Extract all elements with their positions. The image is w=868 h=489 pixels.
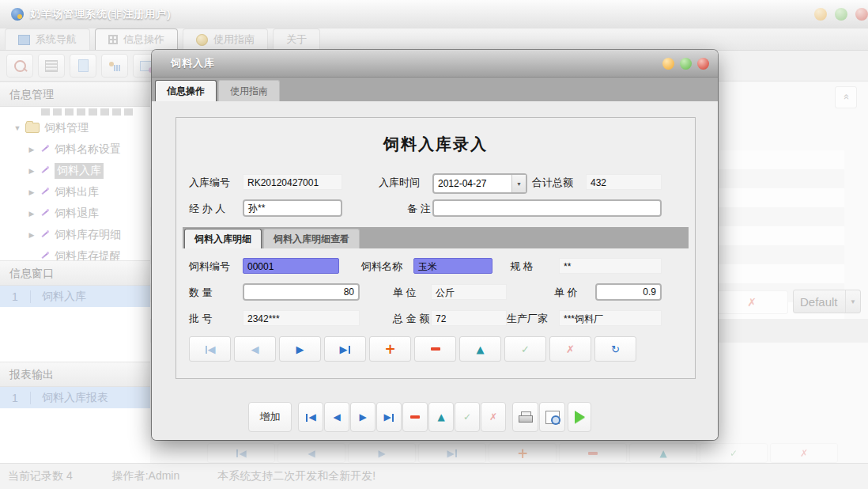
tab-info-ops[interactable]: 信息操作 [95,28,178,50]
wand-icon [40,208,50,218]
dialog-close-button[interactable] [697,58,709,70]
chevron-right-icon[interactable]: ▶ [27,188,36,196]
dialog-maximize-button[interactable] [680,58,692,70]
unit-field[interactable]: 公斤 [431,284,507,300]
chevron-right-icon[interactable]: ▶ [27,146,36,154]
nav-refresh-button[interactable]: ↻ [594,336,636,362]
system-nav-icon [18,35,30,45]
db-navigator: ◀ ◀ ▶ ▶ + ▲ ✓ ✗ ↻ [189,336,636,362]
collapse-panel-button[interactable]: » [835,86,857,108]
style-select[interactable]: Default ▼ [793,290,861,313]
preview-button[interactable] [539,402,565,432]
rk-no-field[interactable]: RK20120427001 [243,174,342,190]
chevron-down-icon[interactable]: ▼ [13,124,22,132]
tab-system-nav[interactable]: 系统导航 [5,28,90,50]
bg-insert-button[interactable]: + [489,443,557,463]
run-button[interactable] [568,402,591,432]
bg-post-button[interactable]: ✓ [700,443,768,463]
tree-item-feed-name-setup[interactable]: ▶ 饲料名称设置 [0,138,150,160]
tab-user-guide[interactable]: 使用指南 [183,28,268,50]
user-chart-icon [109,61,120,71]
printer-icon [519,411,532,423]
tree-item-feed-return[interactable]: ▶ 饲料退库 [0,203,150,224]
bg-prior-button[interactable]: ◀ [277,443,345,463]
toolbar-post-button[interactable]: ✓ [455,402,480,432]
maker-field[interactable]: ***饲料厂 [559,310,662,326]
background-cancel-button[interactable]: ✗ [715,290,788,314]
bg-last-button[interactable]: ▶ [418,443,486,463]
info-window-header[interactable]: 信息窗口 [0,260,150,286]
dialog-titlebar[interactable]: 饲料入库 [152,50,718,78]
nav-delete-button[interactable] [414,336,456,362]
report-output-header[interactable]: 报表输出 [0,362,150,387]
record-count: 当前记录数 4 [8,469,73,483]
feed-no-field[interactable]: 00001 [243,258,339,274]
minimize-button[interactable] [814,8,827,21]
feed-name-field[interactable]: 玉米 [413,258,492,274]
toolbar-cancel-button[interactable]: ✗ [481,402,506,432]
nav-insert-button[interactable]: + [369,336,411,362]
document-button[interactable] [70,54,96,78]
search-button[interactable] [6,54,33,78]
tab-about[interactable]: 关于 [273,28,320,50]
total-field[interactable]: 432 [586,174,662,190]
wand-icon [40,229,50,240]
info-mgmt-header[interactable]: 信息管理 [0,82,150,107]
nav-post-button[interactable]: ✓ [504,336,546,362]
bg-first-button[interactable]: ◀ [207,443,275,463]
toolbar-last-button[interactable]: ▶ [376,402,402,432]
nav-prior-button[interactable]: ◀ [234,336,276,362]
tree-item-feed-stock-alert[interactable]: 饲料库存提醒 [0,245,150,260]
menu-tabbar: 系统导航 信息操作 使用指南 关于 [0,28,868,51]
dialog-tabbar: 信息操作 使用指南 [152,78,718,102]
folder-icon [25,123,40,133]
report-button[interactable] [38,54,65,78]
nav-cancel-button[interactable]: ✗ [549,336,591,362]
nav-first-button[interactable]: ◀ [189,336,231,362]
spec-field[interactable]: ** [559,258,662,274]
maker-label: 生产厂家 [507,310,548,328]
bg-cancel-button[interactable]: ✗ [770,443,838,463]
tab-inbound-detail-view[interactable]: 饲料入库明细查看 [263,229,360,248]
qty-input[interactable]: 80 [243,283,360,301]
collapse-icon: » [840,95,851,99]
chevron-right-icon[interactable]: ▶ [27,231,36,239]
price-input[interactable]: 0.9 [595,283,662,301]
close-button[interactable] [855,8,868,21]
nav-last-button[interactable]: ▶ [324,336,366,362]
rk-time-combobox[interactable]: 2012-04-27 ▼ [432,173,527,194]
bg-edit-button[interactable]: ▲ [629,443,697,463]
tab-inbound-detail[interactable]: 饲料入库明细 [184,229,262,248]
form-panel: 饲料入库录入 入库编号 RK20120427001 入库时间 2012-04-2… [175,117,696,379]
dialog-tab-user-guide[interactable]: 使用指南 [218,80,280,102]
chevron-right-icon[interactable]: ▶ [27,210,36,218]
nav-edit-button[interactable]: ▲ [459,336,501,362]
toolbar-prior-button[interactable]: ◀ [324,402,349,432]
info-window-row[interactable]: 1 饲料入库 [0,286,150,307]
handler-input[interactable]: 孙** [243,199,342,217]
toolbar-delete-button[interactable] [402,402,428,432]
maximize-button[interactable] [835,8,847,21]
chevron-down-icon[interactable]: ▼ [511,175,526,192]
amount-field[interactable]: 72 [431,310,507,326]
nav-next-button[interactable]: ▶ [279,336,321,362]
dialog-minimize-button[interactable] [662,58,674,70]
print-button[interactable] [512,402,538,432]
dialog-title: 饲料入库 [171,56,215,70]
toolbar-edit-button[interactable]: ▲ [428,402,454,432]
batch-field[interactable]: 2342*** [243,310,360,326]
bg-delete-button[interactable] [559,443,627,463]
toolbar-next-button[interactable]: ▶ [350,402,376,432]
report-output-row[interactable]: 1 饲料入库报表 [0,387,150,408]
dialog-tab-info-ops[interactable]: 信息操作 [155,80,217,102]
chevron-right-icon[interactable]: ▶ [27,167,36,175]
bg-next-button[interactable]: ▶ [348,443,416,463]
toolbar-first-button[interactable]: ◀ [298,402,323,432]
tree-item-feed-outbound[interactable]: ▶ 饲料出库 [0,181,150,203]
user-stats-button[interactable] [101,54,128,78]
tree-item-feed-inbound[interactable]: ▶ 饲料入库 [0,160,150,181]
add-button[interactable]: 增加 [248,402,292,432]
tree-item-feed-stock-detail[interactable]: ▶ 饲料库存明细 [0,224,150,245]
remark-input[interactable] [432,199,662,217]
tree-root-feed-mgmt[interactable]: ▼ 饲料管理 [0,117,150,138]
